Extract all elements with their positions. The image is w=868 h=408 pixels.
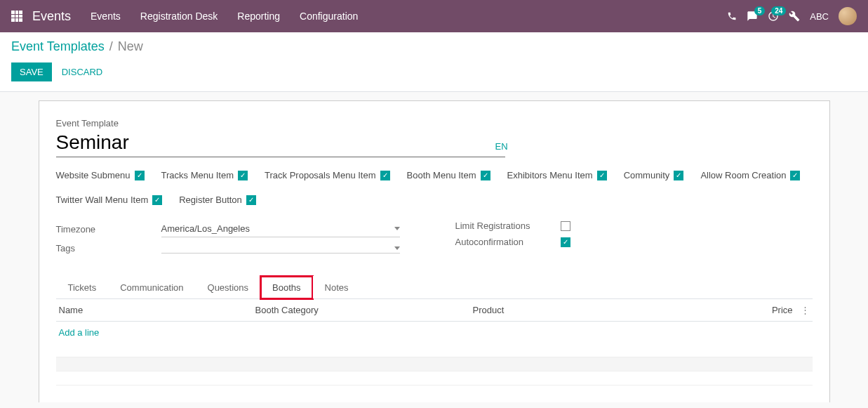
option-checkbox[interactable]: ✓: [135, 171, 145, 180]
breadcrumb-current: New: [118, 39, 143, 53]
label-autoconf: Autoconfirmation: [455, 237, 561, 247]
autoconf-checkbox[interactable]: ✓: [561, 237, 570, 247]
option-label: Allow Room Creation: [700, 170, 786, 180]
label-event-template: Event Template: [56, 118, 813, 129]
app-brand[interactable]: Events: [32, 9, 71, 24]
limit-reg-checkbox[interactable]: [561, 221, 570, 231]
option-checkbox[interactable]: ✓: [246, 195, 256, 205]
nav-configuration[interactable]: Configuration: [300, 11, 358, 22]
option-register-button: Register Button✓: [179, 195, 256, 205]
option-community: Community✓: [624, 170, 684, 180]
label-tags: Tags: [56, 243, 161, 254]
messages-icon[interactable]: 5: [747, 11, 758, 22]
breadcrumb: Event Templates / New: [11, 39, 857, 54]
nav-registration-desk[interactable]: Registration Desk: [140, 11, 218, 22]
activities-icon[interactable]: 24: [768, 11, 779, 22]
apps-menu-icon[interactable]: [11, 11, 22, 22]
activities-badge: 24: [771, 6, 786, 15]
tab-questions[interactable]: Questions: [196, 276, 261, 298]
col-product: Product: [473, 305, 737, 315]
nav-menu: Events Registration Desk Reporting Confi…: [91, 11, 727, 22]
option-label: Register Button: [179, 195, 242, 205]
option-exhibitors-menu-item: Exhibitors Menu Item✓: [507, 170, 607, 180]
option-track-proposals-menu-item: Track Proposals Menu Item✓: [265, 170, 389, 180]
option-checkbox[interactable]: ✓: [481, 171, 490, 180]
option-label: Website Submenu: [56, 170, 131, 180]
tab-communication[interactable]: Communication: [108, 276, 195, 298]
nav-reporting[interactable]: Reporting: [237, 11, 280, 22]
messages-badge: 5: [754, 6, 766, 15]
option-label: Exhibitors Menu Item: [507, 170, 593, 180]
option-allow-room-creation: Allow Room Creation✓: [700, 170, 800, 180]
timezone-select[interactable]: America/Los_Angeles: [161, 221, 400, 237]
option-tracks-menu-item: Tracks Menu Item✓: [161, 170, 248, 180]
label-limit-reg: Limit Registrations: [455, 221, 561, 231]
tab-notes[interactable]: Notes: [313, 276, 361, 298]
chevron-down-icon: [394, 246, 400, 250]
tab-booths[interactable]: Booths: [260, 276, 312, 299]
debug-icon[interactable]: [789, 11, 800, 22]
option-checkbox[interactable]: ✓: [380, 171, 390, 180]
form-sheet: Event Template EN Website Submenu✓Tracks…: [39, 100, 830, 402]
option-twitter-wall-menu-item: Twitter Wall Menu Item✓: [56, 195, 163, 205]
lang-button[interactable]: EN: [495, 141, 508, 152]
nav-events[interactable]: Events: [91, 11, 121, 22]
option-label: Community: [624, 170, 670, 180]
option-label: Tracks Menu Item: [161, 170, 234, 180]
option-label: Track Proposals Menu Item: [265, 170, 375, 180]
option-checkbox[interactable]: ✓: [674, 171, 683, 180]
avatar[interactable]: [839, 7, 857, 25]
chevron-down-icon: [394, 227, 400, 230]
tags-select[interactable]: [161, 244, 400, 254]
col-price: Price: [737, 305, 793, 315]
col-booth-category: Booth Category: [255, 305, 473, 315]
phone-icon[interactable]: [727, 11, 737, 21]
breadcrumb-parent[interactable]: Event Templates: [11, 39, 105, 53]
save-button[interactable]: Save: [11, 62, 52, 81]
tab-tickets[interactable]: Tickets: [56, 276, 109, 298]
user-name[interactable]: ABC: [810, 11, 829, 22]
add-line-link[interactable]: Add a line: [56, 322, 813, 343]
option-booth-menu-item: Booth Menu Item✓: [407, 170, 490, 180]
option-checkbox[interactable]: ✓: [152, 195, 162, 205]
col-name: Name: [59, 305, 255, 315]
label-timezone: Timezone: [56, 224, 161, 235]
discard-button[interactable]: Discard: [62, 67, 103, 77]
option-checkbox[interactable]: ✓: [790, 171, 800, 180]
option-checkbox[interactable]: ✓: [238, 171, 248, 180]
option-label: Twitter Wall Menu Item: [56, 195, 149, 205]
kebab-icon[interactable]: ⋮: [793, 305, 810, 315]
option-website-submenu: Website Submenu✓: [56, 170, 145, 180]
option-label: Booth Menu Item: [407, 170, 476, 180]
option-checkbox[interactable]: ✓: [597, 171, 607, 180]
name-input[interactable]: [56, 130, 505, 157]
